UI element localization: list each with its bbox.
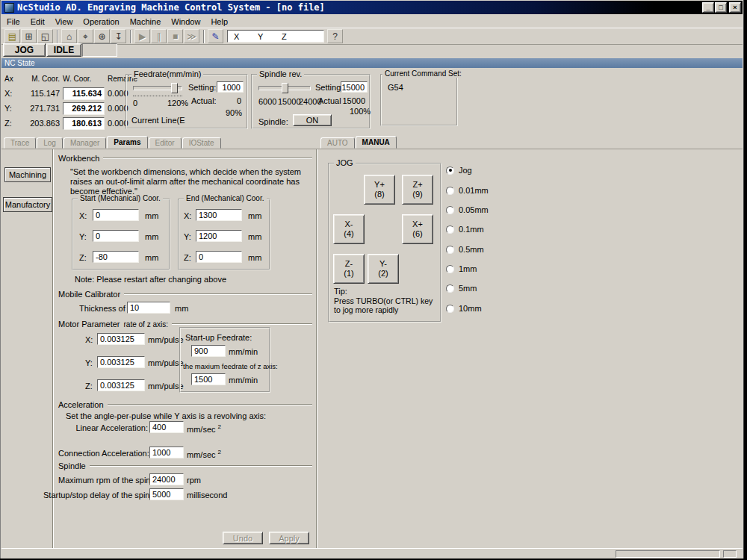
spindle-delay-input[interactable]: [149, 488, 184, 500]
jog-y-minus-button[interactable]: Y-(2): [368, 254, 399, 284]
feedrate-slider-handle[interactable]: [171, 83, 178, 93]
toolbar-separator: [203, 30, 205, 43]
jog-x-minus-button[interactable]: X-(4): [333, 214, 365, 244]
end-z-input[interactable]: [196, 251, 242, 263]
sidebar-item-manufactory[interactable]: Manufactory: [3, 197, 52, 212]
step-radio-0-5mm[interactable]: 0.5mm: [446, 245, 484, 254]
motor-z-input[interactable]: [97, 379, 145, 391]
start-z-input[interactable]: [93, 251, 139, 263]
spindle-title: Spindle rev.: [257, 69, 304, 78]
right-tab-strip: AUTO MANUA: [320, 137, 397, 149]
section-line: [108, 404, 312, 405]
tab-manual[interactable]: MANUA: [356, 136, 397, 149]
tab-trace[interactable]: Trace: [4, 137, 36, 149]
nc-state-bar: NC State: [1, 58, 743, 68]
close-button[interactable]: ×: [729, 2, 741, 13]
startup-feedrate-input[interactable]: [191, 345, 226, 357]
coordinate-entry-field[interactable]: X Y Z: [227, 30, 324, 43]
section-line: [90, 465, 312, 467]
max-rpm-label: Maximum rpm of the spindle:: [58, 476, 148, 485]
max-z-feedrate-input[interactable]: [191, 373, 226, 385]
step-radio-0-01mm[interactable]: 0.01mm: [446, 186, 489, 195]
jog-z-minus-button[interactable]: Z-(1): [333, 254, 365, 284]
lower-tool-icon[interactable]: ↧: [111, 29, 126, 43]
minimize-button[interactable]: _: [702, 2, 714, 13]
set-workpiece-origin-icon[interactable]: ⌖: [78, 29, 93, 43]
toolbar: ▤ ⊞ ◱ ⌂ ⌖ ⊕ ↧ ▶ ∥ ■ ≫ ✎ X Y Z ?: [1, 28, 743, 45]
step-radio-10mm[interactable]: 10mm: [446, 304, 482, 313]
start-y-input[interactable]: [93, 230, 139, 242]
menu-machine[interactable]: Machine: [125, 16, 167, 27]
jog-mode-button[interactable]: JOG: [3, 43, 46, 57]
spindle-scale-min: 6000: [258, 97, 276, 106]
jog-y-plus-button[interactable]: Y+(8): [364, 175, 395, 205]
step-radio-jog[interactable]: Jog: [446, 166, 472, 175]
pause-icon[interactable]: ∥: [151, 29, 167, 43]
open-file-icon[interactable]: ▤: [4, 29, 20, 43]
menu-operation[interactable]: Operation: [78, 16, 124, 27]
tab-iostate[interactable]: IOState: [182, 137, 221, 149]
end-x-input[interactable]: [196, 209, 242, 221]
step-radio-1mm[interactable]: 1mm: [446, 264, 477, 273]
jog-x-plus-button[interactable]: X+(6): [402, 214, 433, 244]
back-to-workpiece-origin-icon[interactable]: ⊕: [94, 29, 110, 43]
col-machine-coor: M. Coor.: [21, 75, 63, 83]
spindle-slider-handle[interactable]: [282, 83, 288, 93]
end-y-input[interactable]: [196, 230, 242, 242]
apply-button[interactable]: Apply: [269, 532, 309, 544]
max-z-feedrate-unit: mm/min: [229, 376, 258, 385]
menu-edit[interactable]: Edit: [25, 16, 50, 27]
feedrate-percent: 90%: [226, 108, 242, 117]
state-panel: Ax M. Coor. W. Coor. Remaine X: 115.147 …: [1, 68, 743, 137]
spindle-on-button[interactable]: ON: [293, 114, 332, 126]
menu-window[interactable]: Window: [166, 16, 205, 27]
menu-help[interactable]: Help: [205, 16, 233, 27]
thickness-input[interactable]: [127, 302, 170, 314]
menu-view[interactable]: View: [50, 16, 78, 27]
stop-icon[interactable]: ■: [167, 29, 183, 43]
tab-editor[interactable]: Editor: [149, 137, 182, 149]
motor-y-label: Y:: [85, 358, 93, 367]
max-rpm-input[interactable]: [149, 473, 184, 485]
thickness-unit: mm: [175, 304, 188, 313]
axis-z-label: Z:: [4, 119, 21, 128]
simulate-pen-icon[interactable]: ✎: [208, 29, 223, 43]
tab-auto[interactable]: AUTO: [320, 137, 355, 149]
feedrate-slider[interactable]: [133, 86, 182, 90]
sidebar-item-machining[interactable]: Machining: [4, 167, 51, 182]
x-machine-coor: 115.147: [21, 89, 63, 98]
advance-icon[interactable]: ≫: [184, 29, 199, 43]
undo-button[interactable]: Undo: [223, 532, 263, 544]
motor-x-input[interactable]: [97, 333, 145, 345]
tab-params[interactable]: Params: [107, 136, 147, 149]
tab-log[interactable]: Log: [37, 137, 63, 149]
jog-z-plus-button[interactable]: Z+(9): [402, 175, 433, 205]
start-x-unit: mm: [145, 211, 158, 220]
step-radio-5mm[interactable]: 5mm: [446, 284, 477, 293]
spindle-slider[interactable]: [258, 86, 311, 90]
help-icon[interactable]: ?: [327, 29, 343, 43]
tip-title: Tip:: [334, 287, 347, 296]
mode-blank-cell: [82, 43, 117, 57]
maximize-button[interactable]: □: [715, 2, 727, 13]
tab-manager[interactable]: Manager: [63, 137, 106, 149]
menu-file[interactable]: File: [1, 16, 25, 27]
back-to-machine-origin-icon[interactable]: ⌂: [61, 29, 77, 43]
start-y-unit: mm: [145, 232, 158, 241]
linear-acceleration-input[interactable]: [149, 421, 184, 433]
motor-x-label: X:: [85, 335, 93, 344]
screen-view-icon[interactable]: ◱: [37, 29, 53, 43]
connection-acceleration-input[interactable]: [149, 447, 184, 458]
screen-layout-icon[interactable]: ⊞: [21, 29, 37, 43]
window-title: NcStudio AD. Engraving Machine Control S…: [17, 2, 702, 13]
machine-state-label: IDLE: [46, 43, 81, 57]
motor-y-input[interactable]: [97, 356, 145, 368]
step-radio-0-1mm[interactable]: 0.1mm: [446, 225, 484, 234]
app-window: NcStudio AD. Engraving Machine Control S…: [0, 0, 744, 559]
start-icon[interactable]: ▶: [134, 29, 150, 43]
step-radio-0-05mm[interactable]: 0.05mm: [446, 205, 489, 214]
start-x-input[interactable]: [93, 209, 139, 221]
startup-feedrate-title: Start-up Feedrate:: [185, 333, 252, 342]
y-machine-coor: 271.731: [21, 104, 63, 113]
feedrate-group: Feedrate(mm/min) 0 120% Setting: 1000 Ac…: [125, 74, 248, 129]
